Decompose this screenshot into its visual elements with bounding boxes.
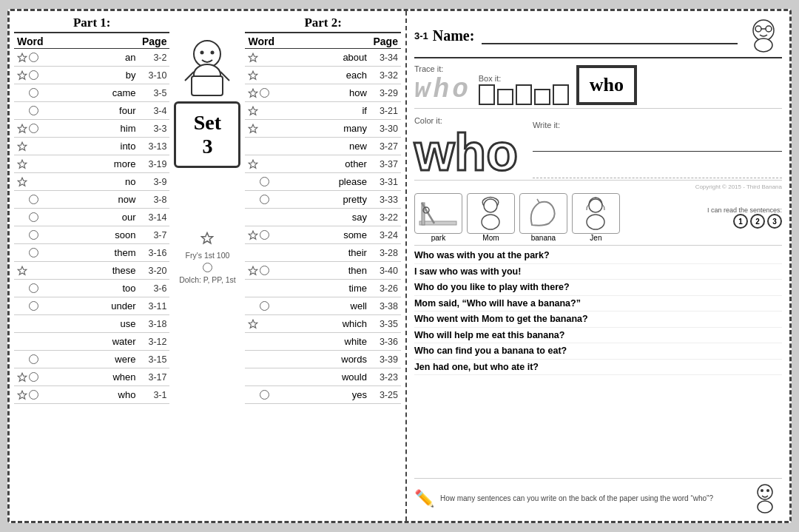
circle-icon bbox=[29, 248, 38, 257]
word-text: other bbox=[276, 158, 371, 169]
part2-page-col: Page bbox=[373, 36, 397, 47]
table-row: then3-40 bbox=[245, 262, 400, 280]
page-text: 3-38 bbox=[371, 301, 398, 312]
table-row: their3-28 bbox=[245, 244, 400, 262]
svg-marker-19 bbox=[249, 89, 258, 97]
part1-word-col: Word bbox=[17, 36, 44, 47]
word-text: who bbox=[45, 389, 140, 400]
word-text: which bbox=[276, 318, 371, 329]
page-text: 3-30 bbox=[371, 124, 398, 134]
mom-image bbox=[467, 193, 515, 234]
word-text: by bbox=[45, 70, 140, 81]
word-text: pretty bbox=[276, 194, 371, 205]
write-section: Write it: bbox=[533, 121, 782, 178]
box-label: Box it: bbox=[479, 74, 569, 83]
page-text: 3-8 bbox=[140, 195, 166, 205]
star-icon bbox=[248, 53, 258, 63]
color-write-row: Color it: who Write it: bbox=[414, 112, 782, 181]
num-circle-3: 3 bbox=[767, 214, 782, 229]
table-row: white3-36 bbox=[245, 333, 400, 351]
right-panel: 3-1 Name: Trace it: who Box it: bbox=[407, 11, 789, 521]
svg-marker-4 bbox=[18, 160, 27, 168]
page-text: 3-16 bbox=[140, 248, 166, 258]
word-text: under bbox=[45, 300, 140, 312]
word-text: white bbox=[276, 336, 371, 347]
svg-point-9 bbox=[194, 41, 220, 67]
page-text: 3-15 bbox=[140, 354, 166, 365]
svg-marker-21 bbox=[249, 124, 258, 132]
svg-marker-16 bbox=[202, 233, 213, 243]
part2-word-col: Word bbox=[248, 36, 274, 47]
table-row: pretty3-33 bbox=[245, 191, 400, 209]
part2-rows: about3-34each3-32how3-29if3-21many3-30ne… bbox=[245, 49, 400, 404]
word-text: each bbox=[276, 70, 371, 81]
star-icon bbox=[17, 124, 27, 134]
star-icon bbox=[17, 177, 27, 187]
trace-word: who bbox=[414, 75, 471, 105]
svg-point-10 bbox=[200, 51, 204, 55]
circle-icon bbox=[260, 301, 269, 311]
trace-box-row: Trace it: who Box it: who bbox=[414, 61, 782, 109]
fry-label: Fry's 1st 100 bbox=[179, 251, 236, 260]
color-word: who bbox=[414, 127, 518, 178]
part1-title: Part 1: bbox=[14, 16, 169, 33]
table-row: no3-9 bbox=[14, 173, 169, 191]
svg-marker-5 bbox=[18, 178, 27, 186]
page-text: 3-23 bbox=[371, 372, 398, 383]
glasses-kid-icon bbox=[745, 17, 782, 54]
images-row: park Mom ba bbox=[414, 193, 782, 246]
circle-icon bbox=[29, 230, 38, 240]
write-line-2[interactable] bbox=[533, 158, 782, 178]
table-row: how3-29 bbox=[245, 84, 400, 102]
page-text: 3-35 bbox=[371, 319, 398, 329]
sentence-4: Mom said, “Who will have a banana?” bbox=[414, 297, 782, 312]
page-text: 3-37 bbox=[371, 159, 398, 169]
svg-marker-1 bbox=[18, 71, 27, 79]
part1-section: Part 1: Word Page an3-2by3-10came3-5four… bbox=[14, 16, 169, 516]
svg-marker-18 bbox=[249, 71, 258, 79]
word-text: too bbox=[45, 283, 140, 294]
svg-marker-6 bbox=[18, 266, 27, 275]
page-text: 3-12 bbox=[140, 337, 166, 347]
word-text: him bbox=[45, 123, 140, 134]
word-text: these bbox=[45, 265, 140, 276]
set-num: 3-1 bbox=[414, 30, 428, 41]
table-row: each3-32 bbox=[245, 67, 400, 84]
character-area: Set 3 Fry's 1st 100 Dolch: P, PP, 1st bbox=[174, 16, 240, 516]
page-text: 3-26 bbox=[371, 283, 398, 294]
word-text: if bbox=[276, 105, 371, 116]
page-text: 3-25 bbox=[371, 390, 398, 400]
circle-icon bbox=[29, 212, 38, 222]
circle-icon bbox=[260, 195, 269, 204]
name-label: Name: bbox=[433, 27, 475, 44]
star-icon bbox=[17, 53, 27, 63]
flash-card-word: who bbox=[576, 65, 637, 105]
page-text: 3-22 bbox=[371, 212, 398, 223]
word-text: well bbox=[276, 300, 371, 312]
jen-label: Jen bbox=[590, 234, 601, 242]
circle-icon bbox=[260, 230, 269, 240]
num-circles: 1 2 3 bbox=[733, 214, 782, 229]
table-row: time3-26 bbox=[245, 280, 400, 297]
circle-icon bbox=[29, 53, 38, 62]
svg-point-11 bbox=[211, 51, 215, 55]
word-text: an bbox=[45, 52, 140, 63]
word-text: were bbox=[45, 354, 140, 365]
circle-icon bbox=[260, 266, 269, 275]
star-icon bbox=[248, 88, 258, 98]
svg-marker-0 bbox=[18, 53, 27, 61]
page-text: 3-10 bbox=[140, 70, 166, 81]
word-text: words bbox=[276, 354, 371, 365]
svg-point-36 bbox=[482, 215, 499, 229]
star-icon bbox=[248, 70, 258, 81]
set-box: Set 3 bbox=[174, 101, 240, 168]
part1-page-col: Page bbox=[142, 36, 166, 47]
part2-title: Part 2: bbox=[245, 16, 400, 33]
table-row: words3-39 bbox=[245, 351, 400, 368]
table-row: would3-23 bbox=[245, 368, 400, 386]
table-row: them3-16 bbox=[14, 244, 169, 262]
sentence-7: Who can find you a banana to eat? bbox=[414, 344, 782, 360]
write-line-1[interactable] bbox=[533, 131, 782, 152]
bottom-kid-icon bbox=[749, 482, 782, 515]
star-icon bbox=[17, 70, 27, 81]
